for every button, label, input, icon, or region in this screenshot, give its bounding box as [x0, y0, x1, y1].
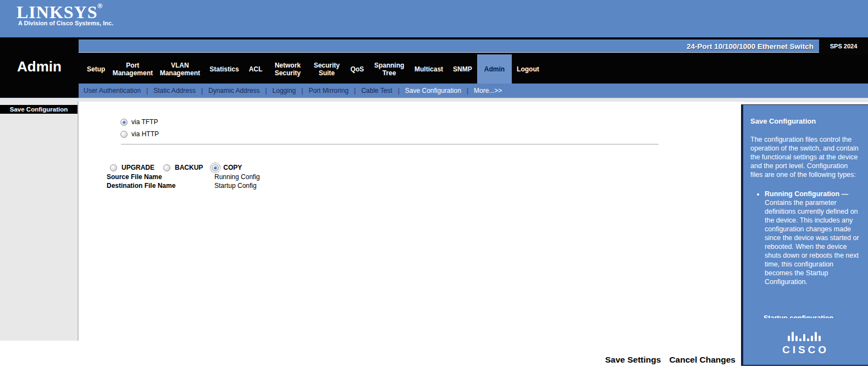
nav-item-statistics[interactable]: Statistics [204, 54, 244, 84]
nav-item-network-security[interactable]: Network Security [267, 54, 308, 84]
cisco-logo: CISCO [743, 328, 868, 356]
subnav-item-save-configuration-selected[interactable]: Save Configuration [405, 87, 461, 94]
help-clipped-heading: Startup configuration [764, 314, 833, 318]
nav-item-vlan-management[interactable]: VLAN Management [155, 54, 204, 84]
device-name: 24-Port 10/100/1000 Ethernet Switch [687, 42, 814, 51]
option-row-via-http: via HTTP [120, 130, 159, 138]
help-bullet-running-configuration: Running Configuration — Contains the par… [765, 190, 860, 286]
help-title: Save Configuration [750, 117, 860, 125]
registered-mark: ® [98, 2, 103, 10]
radio-copy-label: COPY [223, 164, 242, 171]
subnav-separator: | [146, 87, 148, 94]
radio-via-http-label: via HTTP [131, 130, 159, 138]
save-settings-button[interactable]: Save Settings [605, 355, 661, 365]
radio-copy[interactable] [212, 164, 219, 171]
sidebar-item-save-configuration[interactable]: Save Configuration [0, 105, 78, 114]
section-title-block: Admin [0, 37, 79, 102]
cisco-bridge-icon [788, 328, 824, 341]
radio-via-tftp-label: via TFTP [131, 118, 158, 126]
subnav-item-more[interactable]: More...>> [474, 87, 502, 94]
page-title: Admin [0, 37, 79, 75]
secondary-nav: User Authentication | Static Address | D… [79, 84, 868, 98]
nav-item-snmp[interactable]: SNMP [448, 54, 477, 84]
nav-item-spanning-tree[interactable]: Spanning Tree [369, 54, 410, 84]
nav-item-admin-active[interactable]: Admin [477, 54, 512, 84]
nav-item-qos[interactable]: QoS [345, 54, 369, 84]
subnav-separator: | [201, 87, 203, 94]
brand-tagline: A Division of Cisco Systems, Inc. [18, 20, 113, 26]
section-divider-line [121, 144, 659, 144]
help-bullet-title: Running Configuration — [765, 190, 848, 198]
subnav-separator: | [398, 87, 400, 94]
model-band: 24-Port 10/100/1000 Ethernet Switch SPS … [0, 37, 868, 54]
primary-nav: Setup Port Management VLAN Management St… [79, 54, 868, 84]
radio-via-http[interactable] [120, 131, 128, 138]
nav-item-multicast[interactable]: Multicast [410, 54, 448, 84]
nav-item-port-management[interactable]: Port Management [110, 54, 155, 84]
help-panel: Save Configuration The configuration fil… [741, 104, 868, 366]
help-bullet-list: Running Configuration — Contains the par… [750, 190, 860, 286]
nav-item-logout[interactable]: Logout [512, 54, 544, 84]
action-option-row: UPGRADE BACKUP COPY [110, 164, 246, 171]
nav-item-security-suite[interactable]: Security Suite [308, 54, 345, 84]
subnav-item-static-address[interactable]: Static Address [153, 87, 196, 94]
form-actions: Save Settings Cancel Changes [605, 355, 736, 365]
nav-item-setup[interactable]: Setup [82, 54, 110, 84]
radio-upgrade-label: UPGRADE [121, 164, 154, 171]
radio-backup-label: BACKUP [175, 164, 203, 171]
cancel-changes-button[interactable]: Cancel Changes [669, 355, 736, 365]
radio-via-tftp[interactable] [120, 119, 128, 126]
subnav-separator: | [265, 87, 267, 94]
destination-file-row: Destination File Name Startup Config [107, 182, 257, 190]
model-number: SPS 2024 [819, 40, 868, 53]
radio-backup[interactable] [163, 164, 170, 171]
source-file-value: Running Config [214, 173, 260, 181]
radio-upgrade[interactable] [110, 164, 117, 171]
help-intro: The configuration files control the oper… [750, 135, 860, 179]
subnav-item-logging[interactable]: Logging [273, 87, 296, 94]
cisco-wordmark: CISCO [743, 344, 868, 356]
option-row-via-tftp: via TFTP [120, 118, 158, 126]
subnav-item-dynamic-address[interactable]: Dynamic Address [208, 87, 259, 94]
source-file-row: Source File Name Running Config [107, 173, 260, 181]
destination-file-label: Destination File Name [107, 182, 214, 190]
brand-text: LINKSYS [16, 2, 98, 22]
subnav-item-user-authentication[interactable]: User Authentication [84, 87, 141, 94]
help-bullet-body: Contains the parameter definitions curre… [765, 199, 859, 286]
subnav-item-port-mirroring[interactable]: Port Mirroring [308, 87, 349, 94]
destination-file-value: Startup Config [214, 182, 257, 190]
subnav-separator: | [354, 87, 356, 94]
nav-item-acl[interactable]: ACL [244, 54, 268, 84]
subnav-separator: | [467, 87, 468, 94]
top-header: LINKSYS® A Division of Cisco Systems, In… [0, 0, 868, 37]
source-file-label: Source File Name [107, 173, 214, 181]
sidebar: Save Configuration [0, 102, 79, 341]
subnav-separator: | [301, 87, 303, 94]
device-name-strip: 24-Port 10/100/1000 Ethernet Switch [79, 40, 819, 53]
help-scroll-area[interactable]: Save Configuration The configuration fil… [743, 105, 868, 318]
subnav-item-cable-test[interactable]: Cable Test [361, 87, 392, 94]
page: LINKSYS® A Division of Cisco Systems, In… [0, 0, 868, 367]
main-content: via TFTP via HTTP UPGRADE BACKUP COPY So… [79, 102, 743, 367]
